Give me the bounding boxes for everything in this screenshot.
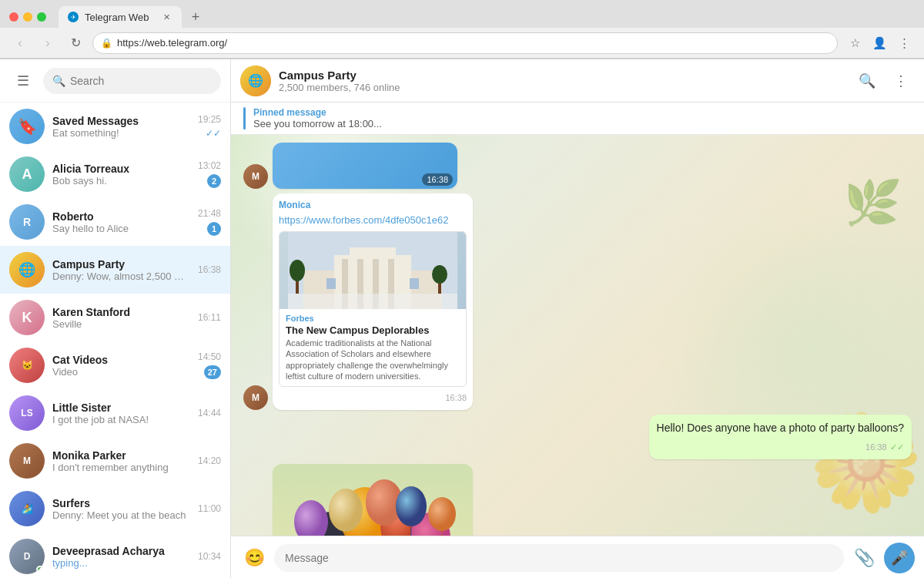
chat-item[interactable]: K Karen Stanford Seville 16:11 (0, 294, 230, 341)
article-image (288, 232, 457, 309)
chat-preview: I don't remember anything (52, 462, 190, 473)
chat-time: 14:20 (198, 455, 221, 466)
back-button[interactable]: ‹ (9, 32, 31, 54)
chat-item[interactable]: R Roberto Say hello to Alice 21:48 1 (0, 198, 230, 246)
chat-name: Little Sister (52, 402, 190, 414)
chat-name: Cat Videos (52, 354, 190, 366)
attach-button[interactable]: 📎 (850, 544, 878, 572)
close-button[interactable] (9, 12, 18, 22)
read-icon: ✓✓ (206, 128, 221, 139)
chat-time: 10:34 (198, 551, 221, 562)
nav-bar: ‹ › ↻ 🔒 https://web.telegram.org/ ☆ 👤 ⋮ (0, 28, 924, 59)
chat-info: Saved Messages Eat something! (52, 115, 190, 139)
more-options-button[interactable]: ⋮ (887, 67, 915, 95)
chat-item[interactable]: 🐱 Cat Videos Video 14:50 27 (0, 341, 230, 389)
chat-name: Campus Party (52, 258, 190, 271)
settings-menu-button[interactable]: ⋮ (893, 32, 915, 54)
search-input[interactable] (70, 75, 212, 87)
sidebar: ☰ 🔍 🔖 Saved Messages Eat something! 19:2… (0, 59, 231, 578)
browser-tab[interactable]: ✈ Telegram Web ✕ (59, 6, 182, 28)
avatar: K (9, 300, 45, 335)
chat-item[interactable]: 🔖 Saved Messages Eat something! 19:25 ✓✓ (0, 102, 230, 150)
chat-item-active[interactable]: 🌐 Campus Party Denny: Wow, almost 2,500 … (0, 246, 230, 294)
chat-meta: 14:44 (198, 408, 221, 418)
balloon-image (273, 464, 473, 536)
address-bar[interactable]: 🔒 https://web.telegram.org/ (92, 32, 838, 54)
search-icon: 🔍 (52, 75, 65, 87)
emoji-button[interactable]: 😊 (240, 544, 268, 572)
chat-time: 19:25 (198, 114, 221, 125)
chat-header-name: Campus Party (279, 69, 845, 82)
chat-item[interactable]: M Monika Parker I don't remember anythin… (0, 437, 230, 485)
chat-item[interactable]: A Alicia Torreaux Bob says hi. 13:02 2 (0, 150, 230, 198)
maximize-button[interactable] (37, 12, 46, 22)
tab-favicon: ✈ (68, 12, 79, 22)
mic-button[interactable]: 🎤 (884, 543, 915, 573)
article-description: Academic traditionalists at the National… (286, 338, 460, 381)
chat-name: Deveeprasad Acharya (52, 545, 190, 557)
chat-info: Roberto Say hello to Alice (52, 210, 190, 234)
chat-header-avatar: 🌐 (240, 66, 271, 96)
chat-info: Campus Party Denny: Wow, almost 2,500 me… (52, 258, 190, 282)
chat-info: Alicia Torreaux Bob says hi. (52, 163, 190, 187)
article-title: The New Campus Deplorables (286, 324, 460, 336)
avatar: 🏄 (9, 491, 45, 526)
chat-meta: 16:11 (198, 312, 221, 323)
chat-info: Karen Stanford Seville (52, 306, 190, 330)
sidebar-header: ☰ 🔍 (0, 59, 230, 102)
avatar: D (9, 539, 45, 574)
svg-point-14 (432, 265, 447, 284)
chat-meta: 16:38 (198, 264, 221, 275)
messages-area: M 16:38 M Monica https://www.forbes.com/… (231, 135, 924, 536)
chat-preview: typing... (52, 557, 190, 569)
chat-time: 14:50 (198, 351, 221, 362)
refresh-button[interactable]: ↻ (65, 32, 86, 54)
avatar: 🌐 (9, 252, 45, 287)
search-button[interactable]: 🔍 (853, 67, 881, 95)
nav-right-buttons: ☆ 👤 ⋮ (844, 32, 915, 54)
message-avatar: M (243, 164, 268, 189)
tab-bar: ✈ Telegram Web ✕ + (0, 0, 924, 28)
chat-preview: Seville (52, 318, 190, 330)
message-bubble-outgoing: Hello! Does anyone have a photo of party… (649, 415, 912, 459)
chat-item[interactable]: LS Little Sister I got the job at NASA! … (0, 389, 230, 437)
message-text: Hello! Does anyone have a photo of party… (657, 421, 904, 436)
chat-time: 13:02 (198, 160, 221, 171)
chat-name: Roberto (52, 210, 190, 223)
new-tab-button[interactable]: + (185, 6, 206, 28)
chat-header-status: 2,500 members, 746 online (279, 82, 845, 93)
unread-badge: 27 (204, 365, 221, 379)
window-controls (9, 12, 46, 22)
svg-point-26 (329, 489, 363, 532)
chat-time: 14:44 (198, 408, 221, 418)
avatar: R (9, 204, 45, 240)
message-sender: Monica (279, 200, 467, 210)
pinned-message[interactable]: Pinned message See you tomorrow at 18:00… (231, 102, 924, 135)
chat-name: Karen Stanford (52, 306, 190, 318)
bookmark-button[interactable]: ☆ (844, 32, 865, 54)
chat-meta: 19:25 ✓✓ (198, 114, 221, 139)
svg-rect-8 (326, 278, 336, 289)
chat-info: Little Sister I got the job at NASA! (52, 402, 190, 425)
minimize-button[interactable] (23, 12, 32, 22)
pinned-indicator (243, 107, 246, 129)
unread-badge: 1 (207, 222, 221, 236)
chat-time: 16:38 (198, 264, 221, 275)
chat-name: Monika Parker (52, 449, 190, 462)
message-row-outgoing: Hello! Does anyone have a photo of party… (243, 415, 912, 459)
tab-close-button[interactable]: ✕ (160, 11, 172, 23)
forward-button[interactable]: › (37, 32, 59, 54)
chat-item[interactable]: 🏄 Surfers Denny: Meet you at the beach 1… (0, 485, 230, 533)
chat-meta: 10:34 (198, 551, 221, 562)
message-row: M (243, 464, 912, 536)
message-input[interactable] (274, 544, 844, 572)
read-checkmark: ✓✓ (890, 442, 904, 452)
chat-header-info: Campus Party 2,500 members, 746 online (279, 69, 845, 93)
menu-button[interactable]: ☰ (9, 67, 37, 95)
message-link[interactable]: https://www.forbes.com/4dfe050c1e62 (279, 214, 448, 226)
avatar: LS (9, 395, 45, 431)
search-box[interactable]: 🔍 (43, 68, 221, 94)
profile-button[interactable]: 👤 (869, 32, 890, 54)
chat-time: 21:48 (198, 208, 221, 219)
chat-item[interactable]: D Deveeprasad Acharya typing... 10:34 (0, 533, 230, 578)
